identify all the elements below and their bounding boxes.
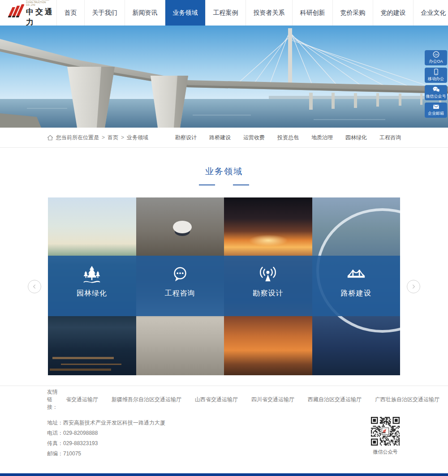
qr-label: 微信公众号 — [371, 449, 400, 455]
carousel-next-button[interactable] — [407, 280, 420, 293]
friend-link[interactable]: 新疆维吾尔自治区交通运输厅 — [112, 396, 181, 403]
contact-address: 地址：西安高新技术产业开发区科技一路通力大厦 — [47, 418, 401, 428]
chevron-right-icon — [410, 283, 417, 290]
mail-icon — [433, 104, 439, 110]
service-card-road-bridge[interactable]: 路桥建设 — [312, 197, 401, 375]
contact-fax: 传真：029-88323193 — [47, 438, 401, 449]
wechat-qr-code — [371, 417, 400, 446]
oa-icon: OA — [433, 51, 439, 58]
quick-link-mobile-office[interactable]: 移动办公 — [425, 68, 447, 83]
service-label: 工程咨询 — [165, 289, 195, 298]
main-nav: 首页 关于我们 新闻资讯 业务领域 工程案例 投资者关系 科研创新 竞价采购 党… — [56, 0, 448, 26]
friend-link[interactable]: 西藏自治区交通运输厅 — [308, 396, 362, 403]
subnav-item-road-bridge[interactable]: 路桥建设 — [209, 134, 231, 142]
title-underline — [0, 184, 448, 185]
subnav-item-investment-epc[interactable]: 投资总包 — [277, 134, 299, 142]
nav-item-research[interactable]: 科研创新 — [292, 0, 332, 26]
contact-zip: 邮编：710075 — [47, 449, 401, 459]
breadcrumb-home-link[interactable]: 首页 — [108, 134, 118, 142]
subnav-item-consulting[interactable]: 工程咨询 — [379, 134, 401, 142]
logo[interactable]: ZHONGJIAO TONGLI CONS-TRUCTION CO.,LTD 中… — [0, 0, 56, 26]
page-title: 业务领域 — [0, 166, 448, 177]
subnav-item-survey-design[interactable]: 勘察设计 — [175, 134, 197, 142]
quick-links: OA 办公OA 移动办公 微信公众号 — [425, 50, 447, 118]
service-label: 园林绿化 — [77, 289, 107, 298]
nav-item-about[interactable]: 关于我们 — [84, 0, 125, 26]
chevron-left-icon — [31, 283, 38, 290]
nav-item-projects[interactable]: 工程案例 — [205, 0, 246, 26]
friend-link[interactable]: 四川省交通运输厅 — [251, 396, 294, 403]
quick-link-mail[interactable]: 企业邮箱 — [425, 103, 447, 118]
nav-item-news[interactable]: 新闻资讯 — [125, 0, 165, 26]
friend-link[interactable]: 广西壮族自治区交通运输厅 — [375, 396, 439, 403]
brand-name-en: ZHONGJIAO TONGLI CONS-TRUCTION CO.,LTD — [26, 0, 52, 6]
hero-bridge-image — [0, 26, 448, 128]
contact-section: 地址：西安高新技术产业开发区科技一路通力大厦 电话：029-82098888 传… — [47, 413, 401, 467]
service-card-survey-design[interactable]: 勘察设计 — [224, 197, 312, 375]
header: ZHONGJIAO TONGLI CONS-TRUCTION CO.,LTD 中… — [0, 0, 448, 26]
friend-link[interactable]: 省交通运输厅 — [66, 396, 98, 403]
subnav-item-landscaping[interactable]: 园林绿化 — [345, 134, 367, 142]
logo-swoosh-icon — [5, 3, 24, 23]
nav-item-investor[interactable]: 投资者关系 — [246, 0, 292, 26]
breadcrumb: 您当前所在位置是 > 首页 > 业务领域 — [47, 134, 148, 142]
chat-icon — [170, 264, 190, 285]
bottom-bar: 中交通力建设股份有限公司 版权所有 陕ICP备05004297号 技术支持：硅峰… — [0, 473, 448, 476]
breadcrumb-bar: 您当前所在位置是 > 首页 > 业务领域 勘察设计 路桥建设 运营收费 投资总包… — [0, 128, 448, 148]
service-card-consulting[interactable]: 工程咨询 — [136, 197, 224, 375]
wechat-icon — [432, 86, 440, 93]
contact-phone: 电话：029-82098888 — [47, 428, 401, 438]
antenna-icon — [258, 264, 278, 285]
services-carousel: 园林绿化 工程咨询 — [48, 197, 400, 375]
nav-item-bidding[interactable]: 竞价采购 — [332, 0, 373, 26]
breadcrumb-prefix: 您当前所在位置是 — [56, 134, 99, 142]
svg-text:OA: OA — [434, 53, 438, 56]
quick-link-oa[interactable]: OA 办公OA — [425, 50, 447, 65]
nav-item-party[interactable]: 党的建设 — [373, 0, 413, 26]
service-label: 路桥建设 — [341, 289, 371, 298]
subnav-item-geology[interactable]: 地质治理 — [311, 134, 333, 142]
nav-item-culture[interactable]: 企业文化 — [413, 0, 448, 26]
service-label: 勘察设计 — [253, 289, 283, 298]
trees-icon — [82, 264, 102, 285]
hero-banner: OA 办公OA 移动办公 微信公众号 — [0, 26, 448, 128]
friend-links-section: 友情链接： 省交通运输厅 新疆维吾尔自治区交通运输厅 山西省交通运输厅 四川省交… — [0, 386, 448, 413]
subnav-item-operation-toll[interactable]: 运营收费 — [243, 134, 265, 142]
quick-link-wechat[interactable]: 微信公众号 — [425, 85, 447, 100]
friend-link[interactable]: 山西省交通运输厅 — [195, 396, 238, 403]
bridge-icon — [346, 264, 366, 285]
service-card-landscaping[interactable]: 园林绿化 — [48, 197, 136, 375]
home-icon — [47, 135, 53, 141]
brand-name: 中交通力 — [26, 7, 56, 27]
nav-item-home[interactable]: 首页 — [56, 0, 84, 26]
nav-item-business[interactable]: 业务领域 — [165, 0, 205, 26]
phone-icon — [433, 69, 439, 75]
friend-links-label: 友情链接： — [47, 388, 58, 411]
business-subnav: 勘察设计 路桥建设 运营收费 投资总包 地质治理 园林绿化 工程咨询 — [175, 134, 401, 142]
breadcrumb-current[interactable]: 业务领域 — [127, 134, 148, 142]
carousel-prev-button[interactable] — [28, 280, 41, 293]
